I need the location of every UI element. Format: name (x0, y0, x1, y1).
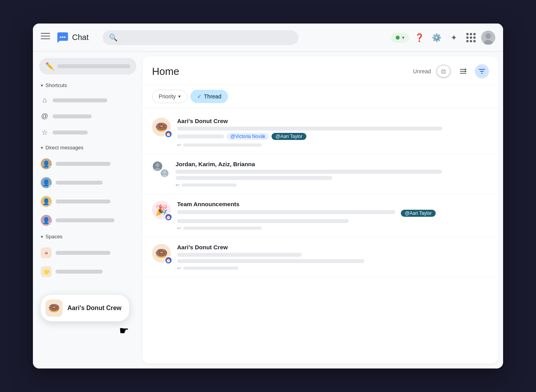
apps-button[interactable] (464, 31, 478, 45)
top-bar: Chat 🔍 ▾ ❓ ⚙️ ✦ (33, 24, 503, 52)
thread4-reply: ↩ (177, 265, 489, 271)
svg-rect-11 (465, 71, 466, 72)
filter-button[interactable] (475, 64, 489, 78)
sidebar-item-mentions[interactable]: @ (36, 109, 139, 123)
sp1-avatar: 🍬 (41, 247, 52, 258)
browser-window: Chat 🔍 ▾ ❓ ⚙️ ✦ (33, 24, 503, 368)
thread4-bar2 (177, 259, 364, 263)
sidebar-item-dm2[interactable]: 👤 (36, 174, 139, 191)
thread-label: Thread (204, 93, 221, 100)
gemini-button[interactable]: ✦ (447, 31, 461, 45)
app-title: Chat (72, 33, 89, 42)
starred-bar (53, 131, 88, 134)
svg-point-2 (62, 36, 63, 38)
dm1-online-badge (49, 166, 52, 169)
dm2-online-badge (49, 185, 52, 188)
reply2-bar (182, 183, 237, 187)
svg-point-13 (156, 163, 159, 167)
thread3-mention-aari: @Aari Taylor (401, 210, 436, 217)
dm2-avatar: 👤 (41, 177, 52, 188)
reply1-icon: ↩ (177, 142, 181, 148)
search-input[interactable] (121, 34, 292, 41)
thread-item-4[interactable]: 🍩 ⏰ Aari's Donut Crew ↩ (143, 238, 498, 278)
chat-logo-icon (56, 31, 69, 44)
thread1-reply: ↩ (177, 142, 489, 148)
new-chat-label (57, 64, 130, 68)
dm4-avatar: 👤 (41, 215, 52, 226)
thread1-mention-aari: @Aari Taylor (272, 133, 306, 140)
dm-label: Direct messages (45, 145, 83, 151)
reply3-bar (183, 227, 262, 230)
filter-icon (478, 67, 486, 75)
menu-button[interactable] (41, 33, 50, 42)
svg-point-16 (163, 171, 166, 174)
thread-item-1[interactable]: 🍩 ⏰ Aari's Donut Crew @Victoria Novák @A… (143, 111, 498, 154)
thread-item-2[interactable]: Jordan, Karim, Aziz, Brianna ↩ (143, 154, 498, 194)
sidebar-item-dm4[interactable]: 👤 (36, 212, 139, 229)
shortcuts-section-header[interactable]: ▾ Shortcuts (36, 79, 139, 91)
tooltip-avatar: 🍩 (45, 299, 63, 317)
home-bar (53, 98, 107, 102)
spaces-section-header[interactable]: ▾ Spaces (36, 230, 139, 243)
dm2-bar (56, 181, 103, 185)
svg-point-5 (485, 33, 491, 39)
spaces-chevron-icon: ▾ (41, 234, 43, 240)
help-button[interactable]: ❓ (412, 31, 426, 45)
list-view-button[interactable] (456, 64, 470, 78)
sidebar-item-home[interactable]: ⌂ (36, 93, 139, 107)
cursor-hand: ☛ (119, 324, 129, 337)
thread2-bar2 (176, 176, 332, 180)
sidebar-item-sp1[interactable]: 🍬 (36, 244, 139, 261)
thread3-mentions: @Aari Taylor (177, 210, 489, 217)
thread2-name: Jordan, Karim, Aziz, Brianna (176, 161, 489, 167)
unread-toggle[interactable]: ⊡ (436, 64, 451, 78)
thread-item-3[interactable]: 🎉 ⏰ Team Announcements @Aari Taylor ↩ (143, 194, 498, 238)
avatar-image (481, 31, 495, 45)
sp2-bar (56, 270, 103, 274)
thread2-avatar-group (152, 161, 169, 178)
content-area: Home Unread ⊡ (143, 56, 498, 364)
dm3-bar (56, 200, 110, 203)
sidebar-item-sp2[interactable]: 🌟 (36, 263, 139, 280)
reply2-icon: ↩ (176, 182, 179, 188)
dm1-bar (56, 162, 110, 166)
floating-tooltip[interactable]: 🍩 Aari's Donut Crew (41, 295, 129, 321)
svg-point-1 (60, 36, 62, 38)
status-button[interactable]: ▾ (391, 33, 409, 43)
new-chat-icon: ✏️ (45, 62, 54, 71)
unread-toggle-inner: ⊡ (437, 66, 450, 77)
thread2-bar1 (176, 170, 442, 174)
thread3-bar1 (177, 210, 395, 214)
thread1-content: Aari's Donut Crew @Victoria Novák @Aari … (177, 118, 489, 148)
spaces-label: Spaces (45, 234, 62, 240)
reply1-bar (183, 143, 262, 147)
status-dot (396, 36, 400, 40)
new-chat-button[interactable]: ✏️ (39, 58, 136, 74)
tooltip-name: Aari's Donut Crew (67, 305, 121, 312)
sidebar-item-starred[interactable]: ☆ (36, 125, 139, 140)
search-bar[interactable]: 🔍 (103, 30, 299, 45)
thread2-content: Jordan, Karim, Aziz, Brianna ↩ (176, 161, 489, 188)
thread4-name: Aari's Donut Crew (177, 244, 489, 250)
dm-chevron-icon: ▾ (41, 145, 43, 151)
user-avatar[interactable] (481, 31, 495, 45)
direct-messages-section-header[interactable]: ▾ Direct messages (36, 142, 139, 154)
sp1-bar (56, 251, 110, 255)
priority-chip[interactable]: Priority ▾ (152, 90, 187, 103)
svg-rect-10 (465, 69, 466, 70)
status-chevron-icon: ▾ (402, 35, 404, 40)
shortcuts-label: Shortcuts (45, 82, 67, 88)
thread2-reply: ↩ (176, 182, 489, 188)
sidebar-item-dm3[interactable]: 👤 (36, 193, 139, 210)
unread-label: Unread (413, 68, 431, 74)
thread3-reply: ↩ (177, 225, 489, 231)
settings-button[interactable]: ⚙️ (429, 31, 444, 45)
thread1-mentions: @Victoria Novák @Aari Taylor (177, 133, 489, 140)
sidebar-item-dm1[interactable]: 👤 (36, 155, 139, 172)
dm1-avatar: 👤 (41, 158, 52, 169)
thread1-name: Aari's Donut Crew (177, 118, 489, 124)
thread-chip[interactable]: ✓ Thread (190, 90, 228, 103)
reply4-bar (183, 267, 238, 270)
priority-label: Priority (159, 93, 176, 100)
page-title: Home (152, 65, 179, 78)
